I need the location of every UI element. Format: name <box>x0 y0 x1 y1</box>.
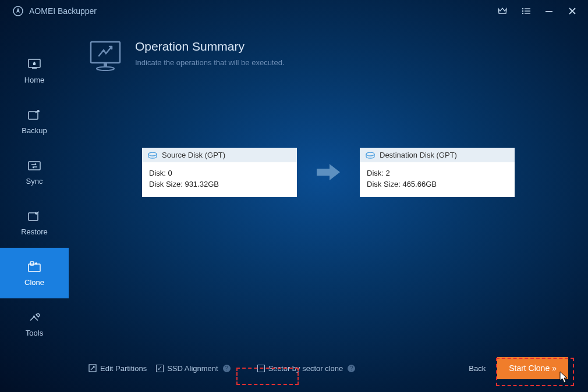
svg-point-3 <box>522 10 523 12</box>
sector-by-sector-checkbox[interactable]: Sector by sector clone ? <box>257 364 356 373</box>
destination-disk-number: Disk: 2 <box>367 168 508 179</box>
destination-disk-size: Disk Size: 465.66GB <box>367 179 508 190</box>
svg-rect-6 <box>525 13 530 13</box>
sidebar-item-backup[interactable]: Backup <box>0 96 69 147</box>
sidebar-item-home[interactable]: Home <box>0 45 69 96</box>
edit-partitions-label: Edit Partitions <box>100 364 147 373</box>
sync-icon <box>27 159 42 172</box>
menu-icon[interactable] <box>520 6 531 16</box>
titlebar: AOMEI Backupper <box>0 0 588 22</box>
content-area: Operation Summary Indicate the operation… <box>69 22 588 392</box>
sector-by-sector-label: Sector by sector clone <box>268 364 343 373</box>
chevron-right-icon: » <box>552 364 557 373</box>
ssd-alignment-checkbox[interactable]: SSD Alignment ? <box>156 364 230 373</box>
arrow-right-icon <box>316 163 341 181</box>
source-disk-card: Source Disk (GPT) Disk: 0 Disk Size: 931… <box>142 148 297 197</box>
sidebar-item-label: Clone <box>24 278 44 287</box>
back-button[interactable]: Back <box>469 364 486 373</box>
svg-point-16 <box>97 67 114 70</box>
start-clone-button[interactable]: Start Clone » <box>497 357 568 379</box>
svg-rect-10 <box>29 112 38 119</box>
svg-rect-9 <box>32 67 37 69</box>
checkbox-checked-icon <box>156 365 164 372</box>
sidebar-item-label: Restore <box>21 227 48 236</box>
restore-icon <box>27 210 42 223</box>
edit-icon <box>88 364 97 372</box>
sidebar-item-label: Tools <box>26 329 43 337</box>
clone-icon <box>27 261 42 273</box>
tools-icon <box>27 311 42 324</box>
minimize-button[interactable] <box>544 6 554 16</box>
help-icon[interactable]: ? <box>348 365 355 372</box>
disk-icon <box>148 152 157 159</box>
svg-point-18 <box>148 152 157 156</box>
sidebar-item-tools[interactable]: Tools <box>0 298 69 349</box>
source-disk-title: Source Disk (GPT) <box>162 151 225 159</box>
app-title: AOMEI Backupper <box>29 6 97 16</box>
svg-rect-7 <box>546 11 552 12</box>
home-icon <box>27 58 42 71</box>
start-clone-label: Start Clone <box>509 364 550 373</box>
sidebar-item-label: Sync <box>26 177 43 186</box>
page-title: Operation Summary <box>135 40 285 54</box>
backup-icon <box>27 109 42 122</box>
sidebar-item-clone[interactable]: Clone <box>0 248 69 298</box>
sidebar-item-sync[interactable]: Sync <box>0 147 69 197</box>
destination-disk-title: Destination Disk (GPT) <box>380 151 457 159</box>
svg-rect-17 <box>104 63 107 67</box>
sidebar-item-label: Backup <box>22 126 47 135</box>
app-logo-icon <box>13 6 23 16</box>
svg-rect-4 <box>525 10 530 11</box>
source-disk-size: Disk Size: 931.32GB <box>149 179 290 190</box>
svg-point-19 <box>366 152 374 156</box>
svg-point-5 <box>522 13 523 14</box>
sidebar-item-label: Home <box>24 76 45 84</box>
summary-monitor-icon <box>88 40 122 72</box>
page-subtitle: Indicate the operations that will be exe… <box>135 58 285 67</box>
destination-disk-card: Destination Disk (GPT) Disk: 2 Disk Size… <box>360 148 515 197</box>
svg-point-1 <box>522 8 523 9</box>
crown-icon[interactable] <box>497 6 508 16</box>
sidebar: Home Backup Sync Restore Clone Tools <box>0 22 69 392</box>
page-header: Operation Summary Indicate the operation… <box>88 40 568 72</box>
checkbox-unchecked-icon <box>257 365 265 372</box>
close-button[interactable] <box>567 6 578 16</box>
ssd-alignment-label: SSD Alignment <box>167 364 218 373</box>
sidebar-item-restore[interactable]: Restore <box>0 197 69 248</box>
svg-rect-2 <box>525 8 530 9</box>
disk-summary: Source Disk (GPT) Disk: 0 Disk Size: 931… <box>88 148 568 197</box>
svg-rect-14 <box>30 262 34 265</box>
disk-icon <box>366 152 375 159</box>
help-icon[interactable]: ? <box>223 365 231 372</box>
edit-partitions-link[interactable]: Edit Partitions <box>88 364 147 373</box>
source-disk-number: Disk: 0 <box>149 168 290 179</box>
footer-bar: Edit Partitions SSD Alignment ? Sector b… <box>88 357 568 379</box>
svg-rect-11 <box>29 162 40 170</box>
